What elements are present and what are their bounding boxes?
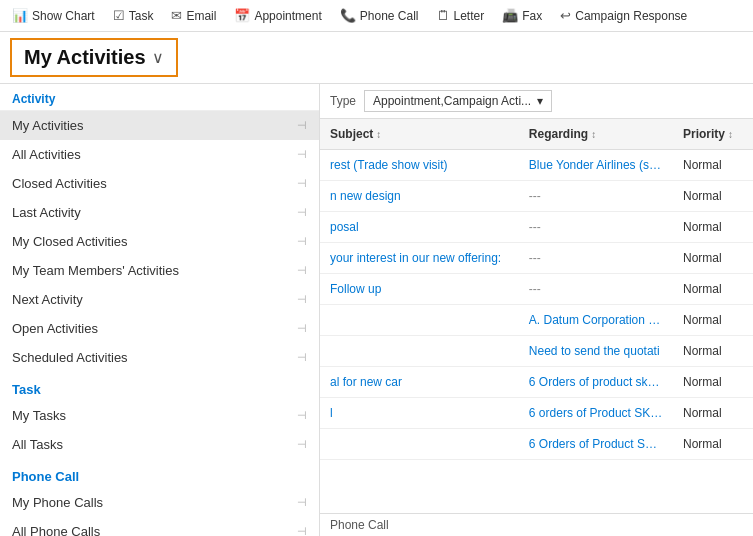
show-chart-button[interactable]: 📊Show Chart [4, 4, 103, 27]
email-icon: ✉ [171, 8, 182, 23]
toolbar: 📊Show Chart☑Task✉Email📅Appointment📞Phone… [0, 0, 753, 32]
cell-regarding[interactable]: A. Datum Corporation (sa [519, 310, 673, 330]
show-chart-icon: 📊 [12, 8, 28, 23]
pin-icon: ⊣ [297, 293, 307, 306]
show-chart-label: Show Chart [32, 9, 95, 23]
panel-item-label: My Team Members' Activities [12, 263, 179, 278]
panel-item-label: All Tasks [12, 437, 63, 452]
panel-item-all-tasks[interactable]: All Tasks⊣ [0, 430, 319, 459]
letter-button[interactable]: 🗒Letter [429, 4, 493, 27]
cell-priority: Normal [673, 341, 753, 361]
panel-item-closed-activities[interactable]: Closed Activities⊣ [0, 169, 319, 198]
pin-icon: ⊣ [297, 235, 307, 248]
col-header-subject[interactable]: Subject ↕ [320, 123, 519, 145]
panel-item-scheduled-activities[interactable]: Scheduled Activities⊣ [0, 343, 319, 372]
panel-item-all-activities[interactable]: All Activities⊣ [0, 140, 319, 169]
panel-item-label: My Closed Activities [12, 234, 128, 249]
table-row: 6 Orders of Product SKU .Normal [320, 429, 753, 460]
cell-subject[interactable]: your interest in our new offering: [320, 248, 519, 268]
cell-subject[interactable]: n new design [320, 186, 519, 206]
phone-call-label: Phone Call [360, 9, 419, 23]
cell-subject[interactable]: Follow up [320, 279, 519, 299]
sort-icon-priority: ↕ [728, 129, 733, 140]
table-row: posal---Normal [320, 212, 753, 243]
panel-item-next-activity[interactable]: Next Activity⊣ [0, 285, 319, 314]
cell-regarding: --- [519, 279, 673, 299]
panel-item-label: All Phone Calls [12, 524, 100, 536]
task-icon: ☑ [113, 8, 125, 23]
pin-icon: ⊣ [297, 322, 307, 335]
appointment-button[interactable]: 📅Appointment [226, 4, 329, 27]
phone-call-button[interactable]: 📞Phone Call [332, 4, 427, 27]
cell-regarding[interactable]: Need to send the quotati [519, 341, 673, 361]
cell-subject[interactable]: l [320, 403, 519, 423]
panel-item-my-phone-calls[interactable]: My Phone Calls⊣ [0, 488, 319, 517]
appointment-icon: 📅 [234, 8, 250, 23]
panel-item-my-closed-activities[interactable]: My Closed Activities⊣ [0, 227, 319, 256]
bottom-bar-label: Phone Call [330, 518, 389, 532]
pin-icon: ⊣ [297, 496, 307, 509]
panel-item-label: My Activities [12, 118, 84, 133]
cell-priority: Normal [673, 403, 753, 423]
panel-item-last-activity[interactable]: Last Activity⊣ [0, 198, 319, 227]
cell-regarding[interactable]: 6 Orders of Product SKU . [519, 434, 673, 454]
panel-item-label: Next Activity [12, 292, 83, 307]
task-section-label: Task [0, 374, 319, 401]
table-row: your interest in our new offering:---Nor… [320, 243, 753, 274]
phone-call-icon: 📞 [340, 8, 356, 23]
table-row: l6 orders of Product SKU .Normal [320, 398, 753, 429]
cell-priority: Normal [673, 372, 753, 392]
cell-regarding: --- [519, 248, 673, 268]
panel-item-my-activities[interactable]: My Activities⊣ [0, 111, 319, 140]
cell-regarding: --- [519, 186, 673, 206]
pin-icon: ⊣ [297, 438, 307, 451]
cell-priority: Normal [673, 434, 753, 454]
panel-item-my-tasks[interactable]: My Tasks⊣ [0, 401, 319, 430]
pin-icon: ⊣ [297, 351, 307, 364]
appointment-label: Appointment [254, 9, 321, 23]
cell-regarding: --- [519, 217, 673, 237]
bottom-bar: Phone Call [320, 513, 753, 536]
cell-regarding[interactable]: 6 orders of Product SKU . [519, 403, 673, 423]
task-button[interactable]: ☑Task [105, 4, 162, 27]
sort-icon-regarding: ↕ [591, 129, 596, 140]
activity-section-label: Activity [0, 84, 319, 111]
campaign-response-label: Campaign Response [575, 9, 687, 23]
email-label: Email [186, 9, 216, 23]
cell-priority: Normal [673, 248, 753, 268]
cell-subject[interactable]: rest (Trade show visit) [320, 155, 519, 175]
col-header-priority[interactable]: Priority ↕ [673, 123, 753, 145]
main-content: Activity My Activities⊣All Activities⊣Cl… [0, 84, 753, 536]
type-filter-label: Type [330, 94, 356, 108]
panel-item-all-phone-calls[interactable]: All Phone Calls⊣ [0, 517, 319, 536]
cell-priority: Normal [673, 186, 753, 206]
cell-regarding[interactable]: 6 Orders of product sku u [519, 372, 673, 392]
title-dropdown-button[interactable]: My Activities ∨ [10, 38, 178, 77]
campaign-response-button[interactable]: ↩Campaign Response [552, 4, 695, 27]
cell-subject[interactable] [320, 441, 519, 447]
panel-item-open-activities[interactable]: Open Activities⊣ [0, 314, 319, 343]
panel-item-label: Closed Activities [12, 176, 107, 191]
fax-button[interactable]: 📠Fax [494, 4, 550, 27]
filter-arrow-icon: ▾ [537, 94, 543, 108]
cell-priority: Normal [673, 310, 753, 330]
panel-item-my-team-members-activities[interactable]: My Team Members' Activities⊣ [0, 256, 319, 285]
pin-icon: ⊣ [297, 409, 307, 422]
panel-item-label: Scheduled Activities [12, 350, 128, 365]
cell-regarding[interactable]: Blue Yonder Airlines (sam [519, 155, 673, 175]
table-body: rest (Trade show visit)Blue Yonder Airli… [320, 150, 753, 513]
cell-subject[interactable] [320, 348, 519, 354]
cell-subject[interactable]: al for new car [320, 372, 519, 392]
cell-subject[interactable]: posal [320, 217, 519, 237]
panel-item-label: Open Activities [12, 321, 98, 336]
page-title: My Activities [24, 46, 146, 69]
cell-subject[interactable] [320, 317, 519, 323]
cell-priority: Normal [673, 217, 753, 237]
filter-value: Appointment,Campaign Acti... [373, 94, 531, 108]
dropdown-panel: Activity My Activities⊣All Activities⊣Cl… [0, 84, 320, 536]
col-header-regarding[interactable]: Regarding ↕ [519, 123, 673, 145]
email-button[interactable]: ✉Email [163, 4, 224, 27]
fax-label: Fax [522, 9, 542, 23]
type-filter-select[interactable]: Appointment,Campaign Acti... ▾ [364, 90, 552, 112]
sort-icon-subject: ↕ [376, 129, 381, 140]
